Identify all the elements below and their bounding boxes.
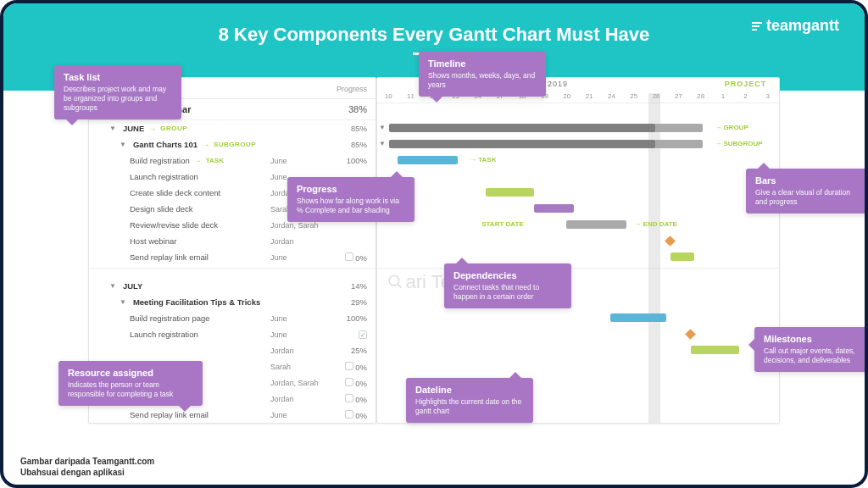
date-cell: 25 <box>623 90 645 103</box>
subgroup-row[interactable]: ▼Meeting Facilitation Tips & Tricks29% <box>89 294 376 310</box>
task-bar[interactable] <box>398 156 458 164</box>
task-bar[interactable] <box>691 346 739 354</box>
date-cell: 2 <box>734 90 756 103</box>
tooltip-timeline: TimelineShows months, weeks, days, and y… <box>419 52 546 97</box>
gantt-row: → TASK <box>377 152 779 169</box>
project-pct: 38% <box>330 104 367 114</box>
caret-icon: ▼ <box>109 125 116 132</box>
task-bar[interactable] <box>534 204 574 213</box>
task-row[interactable]: Build registration → TASKJune100% <box>89 152 376 169</box>
gantt-row <box>377 249 779 265</box>
logo-icon <box>752 22 762 30</box>
date-cell: 21 <box>578 90 600 103</box>
checkbox-icon[interactable]: ✓ <box>359 330 367 339</box>
date-cell: 20 <box>556 90 578 103</box>
task-row[interactable]: Send replay link emailJune 0% <box>89 249 376 265</box>
date-cell: 27 <box>667 90 689 103</box>
gantt-row <box>377 294 779 310</box>
gantt-row <box>377 169 779 185</box>
timeline-panel: JUNE 2019 PROJECT 1011121314171819202124… <box>376 77 780 424</box>
gantt-row <box>377 201 779 217</box>
milestone-icon[interactable] <box>685 329 696 340</box>
date-cell: 24 <box>600 90 622 103</box>
gantt-row: ▼→ GROUP <box>377 120 779 136</box>
date-cell: 3 <box>757 90 779 103</box>
main-content: PROJECT Progress GANTT CO.: Webinar 38% … <box>3 77 865 424</box>
group-row[interactable]: ▼JUNE → GROUP 85% <box>89 120 376 136</box>
caret-icon: ▼ <box>120 298 126 306</box>
tooltip-milestones: MilestonesCall out major events, dates, … <box>754 327 868 372</box>
progress-header: Progress <box>330 85 367 93</box>
checkbox-icon[interactable] <box>345 362 353 370</box>
tooltip-dateline: DatelineHighlights the current date on t… <box>406 378 533 423</box>
gantt-row <box>377 342 779 358</box>
caret-icon[interactable]: ▼ <box>379 124 386 131</box>
task-row[interactable]: Send replay link emailJune 0% <box>89 407 376 423</box>
subgroup-row[interactable]: ▼Gantt Charts 101 → SUBGROUP 85% <box>89 136 376 152</box>
task-row[interactable]: Launch registrationJune✓ <box>89 326 376 342</box>
gantt-row <box>377 326 779 342</box>
milestone-icon[interactable] <box>665 236 676 247</box>
checkbox-icon[interactable] <box>345 252 353 261</box>
gantt-row <box>377 278 779 294</box>
gantt-row: ▼→ SUBGROUP <box>377 136 779 152</box>
task-bar[interactable] <box>486 188 534 197</box>
caret-icon: ▼ <box>109 282 116 290</box>
checkbox-icon[interactable] <box>345 378 353 386</box>
brand-logo: teamgantt <box>752 17 839 35</box>
task-bar[interactable] <box>566 220 626 229</box>
date-cell: 1 <box>712 90 734 103</box>
gantt-row <box>377 185 779 201</box>
date-cell: 28 <box>690 90 712 103</box>
tooltip-progress: ProgressShows how far along work is via … <box>287 177 415 222</box>
tooltip-bars: BarsGive a clear visual of duration and … <box>746 169 868 214</box>
checkbox-icon[interactable] <box>345 394 353 402</box>
task-row[interactable]: Host webinarJordan <box>89 233 376 249</box>
task-row[interactable]: Build registration pageJune100% <box>89 310 376 326</box>
gantt-row: START DATE→ END DATE <box>377 217 779 233</box>
tooltip-tasklist: Task listDescribes project work and may … <box>54 65 181 119</box>
brand-name: teamgantt <box>766 17 839 35</box>
task-bar[interactable] <box>670 252 694 261</box>
checkbox-icon[interactable] <box>345 410 353 419</box>
tooltip-resource: Resource assignedIndicates the person or… <box>58 361 203 406</box>
project-label-right: PROJECT <box>712 78 779 90</box>
task-row[interactable]: Jordan25% <box>89 342 376 358</box>
caret-icon[interactable]: ▼ <box>379 140 386 147</box>
gantt-row <box>377 233 779 249</box>
task-bar[interactable] <box>610 313 666 322</box>
page-title: 8 Key Components Every Gantt Chart Must … <box>29 24 839 46</box>
image-credit: Gambar daripada Teamgantt.com Ubahsuai d… <box>20 456 154 478</box>
tooltip-dependencies: DependenciesConnect tasks that need to h… <box>444 263 571 308</box>
caret-icon: ▼ <box>120 141 126 148</box>
group-row[interactable]: ▼JULY14% <box>89 278 376 294</box>
gantt-row <box>377 310 779 326</box>
date-cell: 10 <box>377 90 399 103</box>
